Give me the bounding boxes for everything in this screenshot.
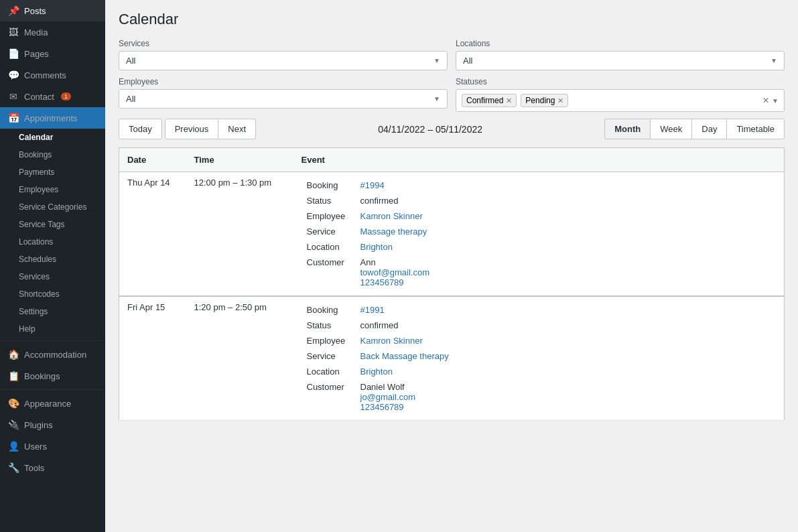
view-week-button[interactable]: Week [650,119,691,139]
sidebar-item-comments[interactable]: 💬 Comments [0,64,105,86]
today-button[interactable]: Today [119,119,162,139]
event-cell: Booking #1991 Status confirmed Employee … [293,296,785,421]
sidebar-item-bookings-b[interactable]: 📋 Bookings [0,365,105,387]
employees-filter: Employees All ▼ [119,77,448,112]
customer-phone-link[interactable]: 123456789 [360,277,404,287]
sidebar-item-label: Contact [24,92,54,102]
status-tag-confirmed: Confirmed ✕ [462,94,517,107]
sidebar-sub-help[interactable]: Help [0,320,105,338]
sidebar-divider-1 [0,340,105,341]
page-title: Calendar [119,11,785,28]
table-row: Thu Apr 14 12:00 pm – 1:30 pm Booking #1… [119,172,785,297]
users-icon: 👤 [8,441,19,452]
customer-label: Customer [302,255,355,290]
filters-row-1: Services All ▼ Locations All ▼ [119,39,785,70]
booking-label: Booking [302,178,355,193]
customer-value: Daniel Wolf jo@gmail.com 123456789 [355,379,777,415]
col-date: Date [119,148,186,172]
employees-select[interactable]: All ▼ [119,89,448,109]
sidebar-item-pages[interactable]: 📄 Pages [0,43,105,64]
sidebar-item-label: Users [24,442,47,452]
col-time: Time [186,148,293,172]
service-label: Service [302,348,355,364]
status-tag-pending: Pending ✕ [521,94,568,107]
sidebar-item-posts[interactable]: 📌 Posts [0,0,105,21]
sidebar-sub-locations[interactable]: Locations [0,233,105,251]
sidebar-item-accommodation[interactable]: 🏠 Accommodation [0,344,105,365]
sidebar-item-label: Plugins [24,420,53,430]
statuses-clear-button[interactable]: ✕ [762,96,769,105]
previous-button[interactable]: Previous [165,119,219,139]
view-day-button[interactable]: Day [691,119,726,139]
sidebar-sub-service-categories[interactable]: Service Categories [0,198,105,216]
sidebar-item-media[interactable]: 🖼 Media [0,21,105,43]
booking-value: #1994 [355,178,777,193]
sidebar-item-appearance[interactable]: 🎨 Appearance [0,393,105,414]
location-link[interactable]: Brighton [360,367,393,377]
customer-email-link[interactable]: jo@gmail.com [360,392,416,402]
employee-link[interactable]: Kamron Skinner [360,336,423,346]
booking-link[interactable]: #1991 [360,305,385,315]
booking-link[interactable]: #1994 [360,180,385,190]
tools-icon: 🔧 [8,462,19,473]
employee-value: Kamron Skinner [355,333,777,348]
sidebar-sub-shortcodes[interactable]: Shortcodes [0,285,105,303]
booking-label: Booking [302,302,355,318]
customer-phone-link[interactable]: 123456789 [360,402,404,412]
nav-buttons: Today Previous Next [119,119,256,139]
sidebar-item-appointments[interactable]: 📅 Appointments [0,107,105,129]
sidebar-item-plugins[interactable]: 🔌 Plugins [0,414,105,436]
services-filter: Services All ▼ [119,39,448,70]
view-timetable-button[interactable]: Timetable [726,119,785,139]
sidebar-sub-service-tags[interactable]: Service Tags [0,216,105,233]
service-value: Massage therapy [355,224,777,239]
sidebar: 📌 Posts 🖼 Media 📄 Pages 💬 Comments ✉ Con… [0,0,105,532]
sidebar-item-users[interactable]: 👤 Users [0,436,105,457]
sidebar-sub-payments[interactable]: Payments [0,163,105,181]
service-label: Service [302,224,355,239]
services-select[interactable]: All ▼ [119,51,448,70]
statuses-select[interactable]: Confirmed ✕ Pending ✕ ✕ ▼ [456,89,785,112]
confirmed-tag-close[interactable]: ✕ [506,96,512,105]
event-booking-row: Booking #1994 [302,178,777,193]
date-range: 04/11/2022 – 05/11/2022 [261,124,599,135]
service-link[interactable]: Massage therapy [360,226,427,237]
location-label: Location [302,364,355,379]
sidebar-item-label: Tools [24,463,44,473]
pending-tag-close[interactable]: ✕ [557,96,563,105]
sidebar-item-label: Appointments [24,113,78,123]
employee-link[interactable]: Kamron Skinner [360,211,423,221]
customer-email-link[interactable]: towof@gmail.com [360,267,430,277]
location-value: Brighton [355,364,777,379]
posts-icon: 📌 [8,5,19,16]
sidebar-sub-calendar[interactable]: Calendar [0,129,105,146]
employees-label: Employees [119,77,448,86]
sidebar-sub-settings[interactable]: Settings [0,303,105,320]
sidebar-item-contact[interactable]: ✉ Contact 1 [0,86,105,107]
status-value: confirmed [355,193,777,208]
sidebar-sub-services[interactable]: Services [0,268,105,285]
services-value: All [126,56,135,66]
locations-value: All [463,56,472,66]
location-link[interactable]: Brighton [360,242,393,252]
sidebar-sub-bookings[interactable]: Bookings [0,146,105,163]
statuses-chevron-icon[interactable]: ▼ [772,97,779,105]
event-cell: Booking #1994 Status confirmed Employee … [293,172,785,297]
comments-icon: 💬 [8,70,19,80]
next-button[interactable]: Next [218,119,256,139]
event-booking-row: Booking #1991 [302,302,777,318]
service-link[interactable]: Back Massage therapy [360,351,449,361]
media-icon: 🖼 [8,27,19,38]
sidebar-sub-employees[interactable]: Employees [0,181,105,198]
customer-value: Ann towof@gmail.com 123456789 [355,255,777,290]
locations-chevron-icon: ▼ [771,57,777,64]
employee-value: Kamron Skinner [355,208,777,224]
view-month-button[interactable]: Month [604,119,650,139]
sidebar-sub-schedules[interactable]: Schedules [0,251,105,268]
sidebar-item-tools[interactable]: 🔧 Tools [0,457,105,478]
event-status-row: Status confirmed [302,193,777,208]
locations-select[interactable]: All ▼ [456,51,785,70]
services-label: Services [119,39,448,48]
pending-tag-label: Pending [525,96,555,105]
event-customer-row: Customer Ann towof@gmail.com 123456789 [302,255,777,290]
